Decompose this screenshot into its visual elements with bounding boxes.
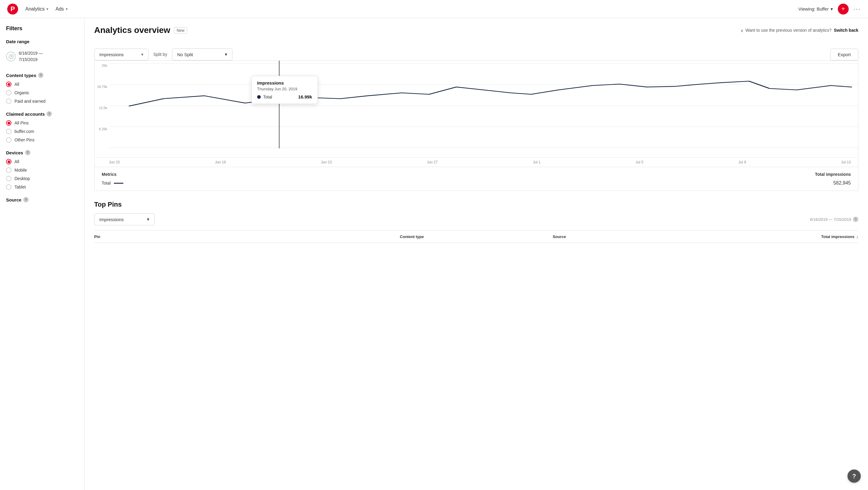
add-button[interactable]: + bbox=[838, 4, 849, 15]
top-pins-controls: Impressions ▾ 6/16/2019 — 7/15/2019 ? bbox=[94, 213, 858, 225]
content-types-label: Content types ? bbox=[6, 73, 78, 78]
account-all-pins-radio[interactable] bbox=[6, 120, 11, 126]
content-type-all-label: All bbox=[14, 82, 19, 87]
device-desktop-radio[interactable] bbox=[6, 176, 11, 181]
pinterest-logo[interactable]: P bbox=[7, 4, 18, 15]
content-type-organic-radio[interactable] bbox=[6, 90, 11, 95]
col-pin-header: Pin bbox=[94, 234, 400, 239]
tooltip-title: Impressions bbox=[257, 80, 312, 86]
metric-select-dropdown[interactable]: Impressions ▾ bbox=[94, 49, 149, 60]
nav-ads[interactable]: Ads ▾ bbox=[56, 6, 68, 12]
top-pins-help-icon[interactable]: ? bbox=[853, 217, 858, 222]
tooltip-dot-icon bbox=[257, 95, 261, 99]
header-right: Viewing: Buffer ▾ + ··· bbox=[798, 4, 861, 15]
claimed-accounts-help-icon[interactable]: ? bbox=[46, 111, 52, 117]
devices-section: Devices ? All Mobile Desktop Ta bbox=[6, 150, 78, 190]
analytics-chevron-icon: ▾ bbox=[46, 7, 48, 11]
top-pins-header: Top Pins bbox=[94, 201, 858, 208]
split-by-label: Split by bbox=[153, 52, 167, 57]
device-mobile[interactable]: Mobile bbox=[6, 167, 78, 173]
y-axis-labels: 25k 18.75k 12.5k 6.25k bbox=[94, 61, 109, 148]
device-desktop-label: Desktop bbox=[14, 176, 30, 181]
tooltip-date: Thursday Jun 20, 2019 bbox=[257, 87, 312, 91]
export-button[interactable]: Export bbox=[830, 49, 858, 60]
metrics-header: Metrics Total impressions bbox=[102, 172, 851, 177]
source-section: Source ? bbox=[6, 197, 78, 202]
date-range-section: Date range 🕐 6/16/2019 —7/15/2019 bbox=[6, 39, 78, 65]
source-help-icon[interactable]: ? bbox=[23, 197, 29, 202]
total-line-icon bbox=[114, 183, 123, 184]
device-tablet[interactable]: Tablet bbox=[6, 184, 78, 190]
new-badge: New bbox=[174, 27, 187, 33]
tooltip-metric-value: 16.99k bbox=[298, 94, 312, 99]
viewing-chevron-icon: ▾ bbox=[831, 6, 833, 12]
switch-back-link[interactable]: Switch back bbox=[834, 28, 858, 33]
x-label-jun23: Jun 23 bbox=[321, 160, 332, 164]
sort-icon[interactable]: ↓ bbox=[856, 234, 858, 239]
split-by-dropdown[interactable]: No Split ▾ bbox=[172, 48, 232, 60]
col-source-header: Source bbox=[553, 234, 705, 239]
content-types-options: All Organic Paid and earned bbox=[6, 82, 78, 104]
total-text: Total bbox=[102, 181, 111, 185]
x-label-jul1: Jul 1 bbox=[533, 160, 540, 164]
y-label-12k: 12.5k bbox=[94, 106, 107, 110]
no-split-label: No Split bbox=[177, 52, 193, 57]
total-metric-row: Total bbox=[102, 181, 123, 185]
viewing-buffer-dropdown[interactable]: Viewing: Buffer ▾ bbox=[798, 6, 833, 12]
claimed-accounts-section: Claimed accounts ? All Pins buffer.com O… bbox=[6, 111, 78, 143]
app-header: P Analytics ▾ Ads ▾ Viewing: Buffer ▾ + … bbox=[0, 0, 868, 18]
tooltip-metric-label: Total bbox=[263, 94, 296, 99]
top-pins-section: Top Pins Impressions ▾ 6/16/2019 — 7/15/… bbox=[94, 201, 858, 243]
devices-help-icon[interactable]: ? bbox=[25, 150, 30, 155]
x-label-jul9: Jul 9 bbox=[739, 160, 746, 164]
switch-back-row: ‹ Want to use the previous version of an… bbox=[741, 27, 858, 34]
content-type-all[interactable]: All bbox=[6, 82, 78, 87]
metrics-section: Metrics Total impressions Total 582,945 bbox=[94, 167, 858, 191]
filters-title: Filters bbox=[6, 25, 78, 32]
main-content: Analytics overview New ‹ Want to use the… bbox=[85, 18, 868, 490]
device-all-radio[interactable] bbox=[6, 159, 11, 164]
content-types-help-icon[interactable]: ? bbox=[38, 73, 43, 78]
top-pins-metric-select[interactable]: Impressions ▾ bbox=[94, 213, 155, 225]
page-title: Analytics overview New bbox=[94, 25, 187, 35]
more-options-icon[interactable]: ··· bbox=[854, 5, 861, 13]
x-label-jun15: Jun 15 bbox=[109, 160, 120, 164]
content-type-organic[interactable]: Organic bbox=[6, 90, 78, 95]
device-tablet-radio[interactable] bbox=[6, 184, 11, 190]
ads-nav-label: Ads bbox=[56, 6, 64, 12]
device-mobile-radio[interactable] bbox=[6, 167, 11, 173]
help-button[interactable]: ? bbox=[847, 469, 861, 483]
top-pins-date-range: 6/16/2019 — 7/15/2019 ? bbox=[810, 217, 858, 222]
account-buffer[interactable]: buffer.com bbox=[6, 129, 78, 134]
account-other-pins-radio[interactable] bbox=[6, 137, 11, 143]
top-pins-title: Top Pins bbox=[94, 201, 122, 208]
content-type-paid-radio[interactable] bbox=[6, 98, 11, 104]
chevron-left-icon: ‹ bbox=[741, 27, 743, 34]
device-all[interactable]: All bbox=[6, 159, 78, 164]
chart-svg bbox=[109, 61, 858, 148]
chart-area: 25k 18.75k 12.5k 6.25k bbox=[94, 60, 858, 167]
total-impressions-value: 582,945 bbox=[833, 180, 851, 186]
nav-analytics[interactable]: Analytics ▾ bbox=[25, 6, 48, 12]
clock-icon: 🕐 bbox=[6, 52, 16, 61]
claimed-accounts-options: All Pins buffer.com Other Pins bbox=[6, 120, 78, 143]
col-total-header: Total impressions ↓ bbox=[706, 234, 858, 239]
date-range-row[interactable]: 🕐 6/16/2019 —7/15/2019 bbox=[6, 48, 78, 65]
content-type-paid[interactable]: Paid and earned bbox=[6, 98, 78, 104]
x-label-jun27: Jun 27 bbox=[427, 160, 438, 164]
chart-svg-wrap: 25k 18.75k 12.5k 6.25k bbox=[94, 61, 858, 157]
device-desktop[interactable]: Desktop bbox=[6, 176, 78, 181]
viewing-buffer-label: Viewing: Buffer bbox=[798, 6, 829, 11]
content-type-paid-label: Paid and earned bbox=[14, 99, 45, 104]
page-title-row: Analytics overview New ‹ Want to use the… bbox=[94, 25, 858, 35]
account-other-pins[interactable]: Other Pins bbox=[6, 137, 78, 143]
account-buffer-radio[interactable] bbox=[6, 129, 11, 134]
account-all-pins[interactable]: All Pins bbox=[6, 120, 78, 126]
content-types-section: Content types ? All Organic Paid and ear… bbox=[6, 73, 78, 104]
devices-options: All Mobile Desktop Tablet bbox=[6, 159, 78, 190]
x-label-jun19: Jun 19 bbox=[215, 160, 226, 164]
total-impressions-label: Total impressions bbox=[815, 172, 851, 177]
x-label-jul5: Jul 5 bbox=[636, 160, 643, 164]
content-type-all-radio[interactable] bbox=[6, 82, 11, 87]
source-label: Source ? bbox=[6, 197, 78, 202]
